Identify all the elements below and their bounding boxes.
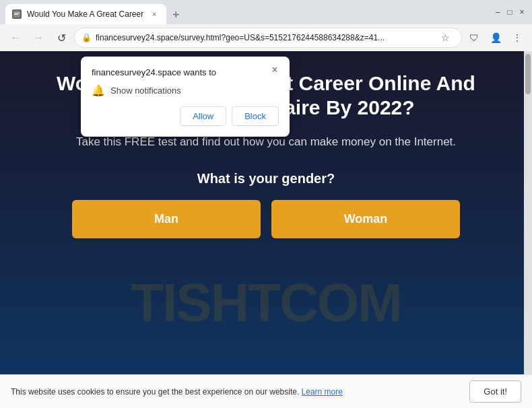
shield-button[interactable]: 🛡 [465, 28, 484, 47]
tab-title: Would You Make A Great Career [27, 9, 143, 19]
popup-title: financesurvey24.space wants to [92, 67, 279, 77]
gender-buttons: Man Woman [27, 200, 505, 238]
tab-area: Would You Make A Great Career × + [5, 0, 490, 24]
popup-row: 🔔 Show notifications [92, 84, 279, 97]
active-tab[interactable]: Would You Make A Great Career × [5, 4, 166, 24]
forward-button[interactable]: → [28, 28, 48, 48]
maximize-button[interactable]: □ [505, 7, 514, 17]
cookie-bar: This website uses cookies to ensure you … [0, 374, 532, 408]
close-window-button[interactable]: × [517, 7, 527, 17]
back-button[interactable]: ← [5, 28, 26, 48]
profile-button[interactable]: 👤 [486, 28, 505, 47]
popup-row-text: Show notifications [110, 86, 181, 96]
address-text: financesurvey24.space/survey.html?geo=US… [96, 33, 432, 42]
bell-icon: 🔔 [92, 84, 105, 97]
minimize-button[interactable]: – [493, 7, 502, 17]
new-tab-button[interactable]: + [166, 5, 185, 24]
window-controls: – □ × [493, 7, 527, 17]
menu-button[interactable]: ⋮ [508, 28, 527, 47]
svg-rect-1 [14, 13, 20, 13]
allow-button[interactable]: Allow [180, 106, 226, 126]
background-watermark: TISHTCOM [131, 272, 401, 334]
got-it-button[interactable]: Got it! [469, 380, 521, 403]
tab-close-button[interactable]: × [149, 9, 160, 20]
address-bar[interactable]: 🔒 financesurvey24.space/survey.html?geo=… [74, 28, 462, 48]
popup-close-button[interactable]: × [267, 62, 283, 78]
notification-popup: × financesurvey24.space wants to 🔔 Show … [81, 57, 290, 137]
woman-button[interactable]: Woman [271, 200, 460, 238]
man-button[interactable]: Man [72, 200, 261, 238]
tab-favicon [12, 9, 22, 19]
lock-icon: 🔒 [81, 33, 92, 42]
browser-frame: Would You Make A Great Career × + – □ × … [0, 0, 532, 408]
learn-more-link[interactable]: Learn more [302, 387, 343, 397]
popup-buttons: Allow Block [92, 106, 279, 126]
page-content: × financesurvey24.space wants to 🔔 Show … [0, 51, 532, 374]
title-bar: Would You Make A Great Career × + – □ × [0, 0, 532, 24]
navigation-bar: ← → ↺ 🔒 financesurvey24.space/survey.htm… [0, 24, 532, 51]
block-button[interactable]: Block [232, 106, 279, 126]
bookmark-button[interactable]: ☆ [436, 28, 455, 47]
reload-button[interactable]: ↺ [51, 28, 71, 48]
gender-question: What is your gender? [27, 171, 505, 186]
cookie-text: This website uses cookies to ensure you … [11, 387, 464, 397]
svg-rect-2 [14, 14, 18, 15]
